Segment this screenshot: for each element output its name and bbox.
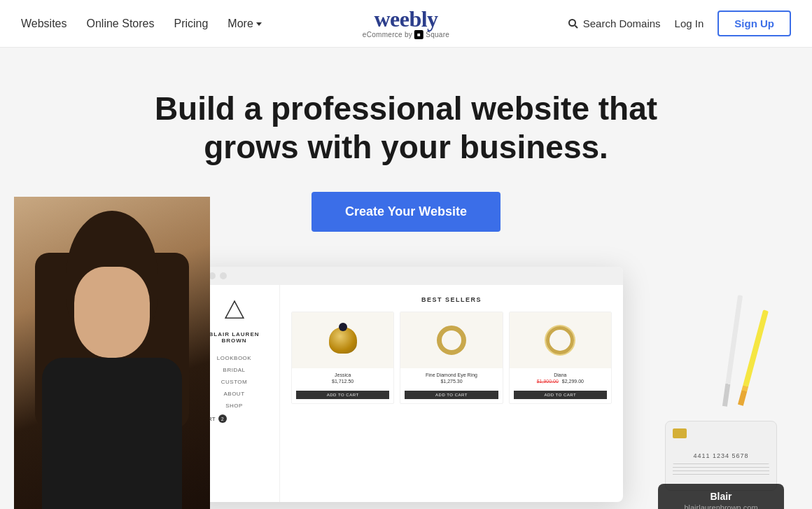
mock-content: BLAIR LAUREN BROWN LOOKBOOK BRIDAL CUSTO… bbox=[189, 285, 623, 502]
blair-url: blairlaurenbrown.com bbox=[668, 503, 774, 509]
ring-plain-icon bbox=[437, 326, 466, 355]
logo[interactable]: weebly eCommerce by ■ Square bbox=[363, 8, 449, 39]
signup-button[interactable]: Sign Up bbox=[718, 11, 791, 36]
mock-nav-about: ABOUT bbox=[200, 391, 268, 397]
mock-cart-badge: 2 bbox=[218, 414, 227, 423]
search-icon bbox=[568, 18, 579, 29]
mock-product-price-1: $1,712.50 bbox=[296, 379, 389, 384]
mock-website: BLAIR LAUREN BROWN LOOKBOOK BRIDAL CUSTO… bbox=[189, 267, 623, 502]
nav-pricing[interactable]: Pricing bbox=[174, 18, 208, 30]
mock-product-img-2 bbox=[400, 312, 502, 368]
create-website-button[interactable]: Create Your Website bbox=[312, 192, 500, 232]
right-decoration: 4411 1234 5678 Blair blairlaurenbrown.co… bbox=[644, 295, 784, 509]
mock-product-original-price-3: $1,900.00 bbox=[537, 379, 559, 384]
mock-nav-shop: SHOP bbox=[200, 403, 268, 409]
ring-studded-icon bbox=[546, 326, 574, 354]
svg-marker-2 bbox=[225, 302, 244, 319]
mock-section-title: BEST SELLERS bbox=[291, 296, 612, 303]
card-number: 4411 1234 5678 bbox=[673, 452, 769, 459]
blair-name: Blair bbox=[668, 491, 774, 502]
hero-bottom: BLAIR LAUREN BROWN LOOKBOOK BRIDAL CUSTO… bbox=[14, 267, 798, 509]
mock-products-grid: Jessica $1,712.50 ADD TO CART Fine D bbox=[291, 312, 612, 404]
mock-atc-btn-2[interactable]: ADD TO CART bbox=[405, 391, 498, 399]
svg-line-1 bbox=[575, 25, 578, 28]
pencil-icon-2 bbox=[722, 295, 743, 407]
mock-product-price-3: $1,900.00 $2,299.00 bbox=[514, 379, 607, 384]
hero-section: Build a professional website that grows … bbox=[0, 48, 812, 509]
mock-product-2: Fine Diamond Eye Ring $1,275.30 ADD TO C… bbox=[400, 312, 503, 404]
mock-store-name: BLAIR LAUREN BROWN bbox=[200, 331, 268, 344]
ring-fancy-icon bbox=[329, 327, 357, 354]
mock-product-img-3 bbox=[510, 312, 611, 368]
mock-atc-btn-3[interactable]: ADD TO CART bbox=[514, 391, 607, 399]
mock-store-logo bbox=[223, 299, 246, 321]
mock-product-info-1: Jessica $1,712.50 ADD TO CART bbox=[292, 368, 393, 403]
navbar: Websites Online Stores Pricing More weeb… bbox=[0, 0, 812, 48]
blair-popup: Blair blairlaurenbrown.com bbox=[658, 484, 784, 509]
mock-atc-btn-1[interactable]: ADD TO CART bbox=[296, 391, 389, 399]
nav-links-right: Search Domains Log In Sign Up bbox=[568, 11, 791, 36]
mock-product-3: Diana $1,900.00 $2,299.00 ADD TO CART bbox=[509, 312, 612, 404]
square-icon: ■ bbox=[414, 30, 424, 39]
login-link[interactable]: Log In bbox=[675, 18, 704, 29]
search-domains-button[interactable]: Search Domains bbox=[568, 18, 661, 29]
mock-product-name-1: Jessica bbox=[296, 372, 389, 377]
nav-websites[interactable]: Websites bbox=[21, 18, 67, 30]
logo-text: weebly bbox=[363, 8, 449, 30]
nav-online-stores[interactable]: Online Stores bbox=[87, 18, 155, 30]
mock-nav-lookbook: LOOKBOOK bbox=[200, 355, 268, 361]
svg-point-0 bbox=[569, 20, 575, 26]
mock-cart: CART 2 bbox=[200, 414, 268, 423]
credit-card-decoration: 4411 1234 5678 bbox=[665, 421, 777, 491]
mock-titlebar bbox=[189, 267, 623, 285]
mock-product-1: Jessica $1,712.50 ADD TO CART bbox=[291, 312, 394, 404]
nav-more[interactable]: More bbox=[227, 18, 261, 30]
mock-product-img-1 bbox=[292, 312, 393, 368]
mock-product-name-2: Fine Diamond Eye Ring bbox=[405, 372, 498, 377]
mock-product-info-3: Diana $1,900.00 $2,299.00 ADD TO CART bbox=[510, 368, 611, 403]
card-scribble bbox=[673, 463, 769, 477]
hero-title: Build a professional website that grows … bbox=[133, 90, 679, 167]
logo-subtext: eCommerce by ■ Square bbox=[363, 30, 449, 39]
mock-nav-custom: CUSTOM bbox=[200, 379, 268, 385]
person-image bbox=[14, 197, 210, 509]
nav-links-left: Websites Online Stores Pricing More bbox=[21, 18, 262, 30]
card-chip-icon bbox=[673, 428, 687, 438]
mock-product-info-2: Fine Diamond Eye Ring $1,275.30 ADD TO C… bbox=[400, 368, 502, 403]
chevron-down-icon bbox=[256, 22, 262, 26]
mock-product-price-2: $1,275.30 bbox=[405, 379, 498, 384]
mock-nav-bridal: BRIDAL bbox=[200, 367, 268, 373]
mock-product-sale-price-3: $2,299.00 bbox=[562, 379, 584, 384]
mock-dot-3 bbox=[220, 272, 227, 279]
pencil-icon-1 bbox=[738, 310, 769, 406]
mock-main: BEST SELLERS Jessica $1,712.50 ADD TO CA… bbox=[280, 285, 623, 502]
mock-product-name-3: Diana bbox=[514, 372, 607, 377]
